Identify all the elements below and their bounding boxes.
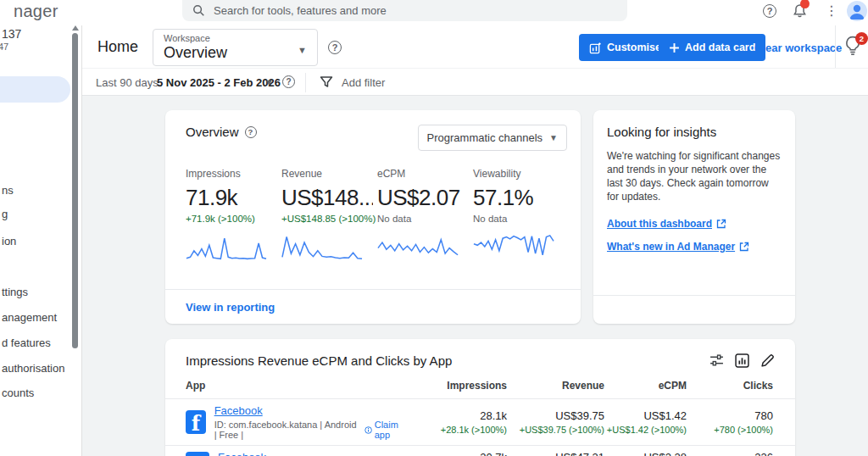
customise-chart-icon [589,42,602,54]
ecpm-sparkline-chart [377,229,459,263]
column-clicks[interactable]: Clicks [687,380,773,392]
date-range-chevron-icon[interactable]: ▼ [264,77,274,87]
column-impressions[interactable]: Impressions [409,380,507,392]
overview-card-title: Overview [186,125,239,139]
metric-delta: +US$148.85 (>100%) [281,214,377,224]
sidebar-item-4[interactable]: anagement [2,311,57,324]
metric-impressions: Impressions 71.9k +71.9k (>100%) [186,168,281,263]
scrollbar-up-arrow-icon[interactable] [72,25,79,31]
clear-workspace-link[interactable]: Clear workspace [754,42,842,54]
sidebar-selected-item[interactable] [0,76,70,103]
sidebar-item-3[interactable]: ttings [2,286,28,298]
date-range-value[interactable]: 5 Nov 2025 - 2 Feb 2026 [157,76,281,89]
workspace-selector[interactable]: Workspace Overview ▼ [153,29,318,66]
table-card-title: Impressions Revenue eCPM and Clicks by A… [186,353,452,368]
apps-table-card: Impressions Revenue eCPM and Clicks by A… [165,339,795,456]
sidebar-item-2[interactable]: ion [2,235,16,247]
clicks-value: 780 [687,409,773,422]
insights-card-divider [593,295,795,296]
metric-delta: No data [377,214,473,224]
facebook-app-icon: f [186,452,209,456]
metric-label: Revenue [281,168,377,180]
viewability-sparkline-chart [473,229,554,263]
sidebar-item-0[interactable]: ns [2,184,14,197]
chevron-down-icon: ▼ [549,133,558,142]
overview-help-icon[interactable]: ? [245,126,257,138]
home-tab[interactable]: Home [97,38,138,56]
column-revenue[interactable]: Revenue [507,380,604,392]
filter-divider [305,73,306,92]
edit-pencil-icon[interactable] [760,353,775,368]
revenue-delta: +US$39.75 (>100%) [507,425,604,435]
column-ecpm[interactable]: eCPM [604,380,687,392]
chart-view-icon[interactable] [735,353,749,368]
table-row: f Facebook ID: com.facebook.katana | And… [165,399,795,446]
sidebar-item-1[interactable]: g [2,208,8,220]
workspace-header: Home Workspace Overview ▼ ? Customise Ad… [82,25,868,68]
metric-delta: No data [473,214,569,224]
whats-new-link[interactable]: What's new in Ad Manager [607,241,735,253]
plus-icon [669,42,680,53]
facebook-app-icon: f [186,410,206,434]
ecpm-delta: +US$1.42 (>100%) [604,425,687,435]
add-data-card-label: Add data card [685,42,755,53]
metric-label: eCPM [377,168,473,180]
search-icon [192,4,205,17]
workspace-help-icon[interactable]: ? [328,41,342,54]
ecpm-value: US$1.42 [604,409,687,422]
view-in-reporting-link[interactable]: View in reporting [186,301,275,314]
ad-manager-page: nager Search for tools, features and mor… [0,0,868,456]
insights-count-badge: 2 [855,32,868,45]
more-options-icon[interactable]: ⋮ [823,3,840,19]
sidebar-item-5[interactable]: d features [2,336,51,349]
channel-selector-dropdown[interactable]: Programmatic channels ▼ [418,125,567,151]
date-range-help-icon[interactable]: ? [282,75,295,88]
channel-selector-value: Programmatic channels [427,131,543,144]
metric-value: 71.9k [186,185,277,211]
impressions-delta: +28.1k (>100%) [409,425,507,435]
sidebar-item-7[interactable]: counts [2,386,34,399]
insights-card-title: Looking for insights [607,125,782,139]
overview-metrics: Impressions 71.9k +71.9k (>100%) Revenue… [165,151,581,263]
column-app[interactable]: App [186,380,409,392]
external-link-icon [716,219,726,229]
app-name-link[interactable]: Facebook [218,451,266,456]
claim-app-link[interactable]: Claim app [364,420,409,440]
table-row: f Facebook ID: 284882215 | iOS | Free | … [165,446,795,456]
workspace-selector-value: Overview [164,44,227,62]
impressions-value: 28.1k [409,409,507,422]
insights-card: Looking for insights We're watching for … [593,110,795,324]
overview-card-footer: View in reporting [165,289,581,324]
metric-label: Impressions [186,168,281,180]
info-icon [364,425,372,435]
metric-value: US$2.07 [377,185,469,211]
revenue-value: US$47.31 [507,451,604,456]
app-name-link[interactable]: Facebook [214,404,263,417]
global-search-input[interactable]: Search for tools, features and more [182,0,627,21]
about-dashboard-link[interactable]: About this dashboard [607,218,712,230]
app-meta-text: ID: com.facebook.katana | Android | Free… [214,420,361,440]
ecpm-value: US$2.28 [604,451,687,456]
metric-value: 57.1% [473,185,565,211]
customise-button[interactable]: Customise [579,34,671,61]
date-range-preset-label: Last 90 days [96,76,159,89]
dashboard-content: Overview ? Programmatic channels ▼ Impre… [82,96,868,456]
metric-value: US$148.... [281,185,373,211]
help-icon[interactable]: ? [761,3,778,19]
notifications-bell-icon[interactable] [791,3,808,19]
left-navigation-sidebar: 137 47 ns g ion ttings anagement d featu… [0,25,82,456]
metric-revenue: Revenue US$148.... +US$148.85 (>100%) [281,168,377,263]
revenue-sparkline-chart [281,229,363,263]
top-app-bar: nager Search for tools, features and mor… [0,0,868,25]
metric-delta: +71.9k (>100%) [186,214,281,224]
add-data-card-button[interactable]: Add data card [659,34,765,61]
sidebar-item-6[interactable]: authorisation [2,362,64,375]
tune-filters-icon[interactable] [709,353,724,368]
impressions-value: 20.7k [409,451,507,456]
network-number-secondary: 47 [0,42,8,52]
account-avatar[interactable] [847,1,867,21]
add-filter-button[interactable]: Add filter [342,76,385,89]
vertical-scrollbar-thumb[interactable] [72,33,78,348]
filter-funnel-icon[interactable] [320,75,333,89]
insights-lightbulb-icon[interactable]: 2 [843,36,867,59]
